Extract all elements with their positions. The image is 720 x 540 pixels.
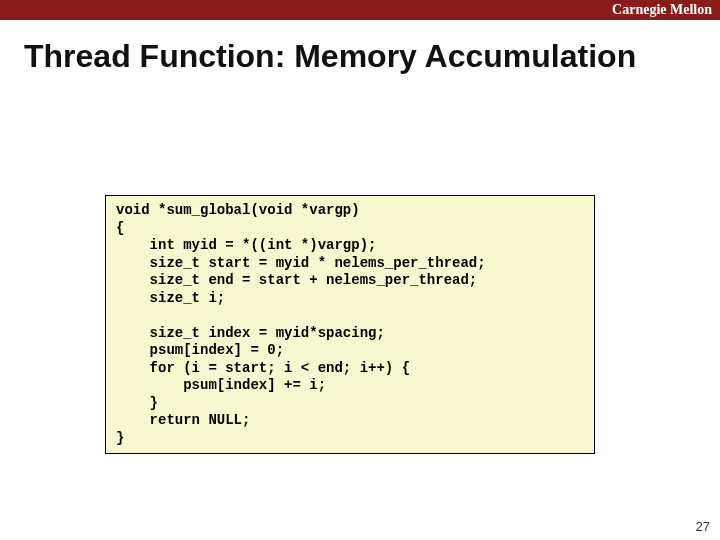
slide-title: Thread Function: Memory Accumulation [24,38,720,75]
brand-label: Carnegie Mellon [612,2,712,18]
header-bar: Carnegie Mellon [0,0,720,20]
code-box: void *sum_global(void *vargp) { int myid… [105,195,595,454]
page-number: 27 [696,519,710,534]
code-content: void *sum_global(void *vargp) { int myid… [116,202,584,447]
